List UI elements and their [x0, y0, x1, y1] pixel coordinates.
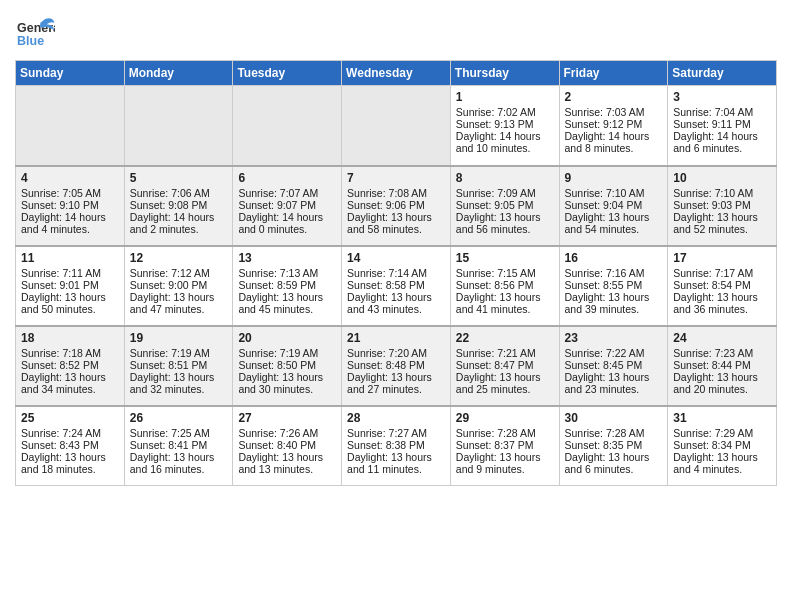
day-number: 12	[130, 251, 228, 265]
day-number: 28	[347, 411, 445, 425]
day-info: and 2 minutes.	[130, 223, 228, 235]
day-info: Daylight: 13 hours	[456, 211, 554, 223]
day-info: Sunset: 8:54 PM	[673, 279, 771, 291]
day-info: and 4 minutes.	[21, 223, 119, 235]
day-info: and 50 minutes.	[21, 303, 119, 315]
calendar-cell: 24Sunrise: 7:23 AMSunset: 8:44 PMDayligh…	[668, 326, 777, 406]
day-info: Daylight: 13 hours	[347, 451, 445, 463]
calendar-cell: 14Sunrise: 7:14 AMSunset: 8:58 PMDayligh…	[342, 246, 451, 326]
day-info: and 20 minutes.	[673, 383, 771, 395]
day-info: Sunset: 8:55 PM	[565, 279, 663, 291]
day-info: Daylight: 13 hours	[565, 451, 663, 463]
day-info: and 23 minutes.	[565, 383, 663, 395]
day-number: 17	[673, 251, 771, 265]
day-number: 29	[456, 411, 554, 425]
day-info: and 13 minutes.	[238, 463, 336, 475]
day-info: Daylight: 13 hours	[238, 371, 336, 383]
col-header-tuesday: Tuesday	[233, 61, 342, 86]
calendar-cell: 2Sunrise: 7:03 AMSunset: 9:12 PMDaylight…	[559, 86, 668, 166]
day-info: Sunset: 8:45 PM	[565, 359, 663, 371]
day-info: and 4 minutes.	[673, 463, 771, 475]
day-info: Sunrise: 7:12 AM	[130, 267, 228, 279]
day-info: and 11 minutes.	[347, 463, 445, 475]
day-number: 8	[456, 171, 554, 185]
day-info: Sunset: 9:07 PM	[238, 199, 336, 211]
calendar-cell	[124, 86, 233, 166]
calendar-cell: 30Sunrise: 7:28 AMSunset: 8:35 PMDayligh…	[559, 406, 668, 486]
day-info: and 58 minutes.	[347, 223, 445, 235]
day-info: and 34 minutes.	[21, 383, 119, 395]
header-row: SundayMondayTuesdayWednesdayThursdayFrid…	[16, 61, 777, 86]
calendar-cell: 1Sunrise: 7:02 AMSunset: 9:13 PMDaylight…	[450, 86, 559, 166]
day-info: and 8 minutes.	[565, 142, 663, 154]
day-info: Daylight: 13 hours	[673, 451, 771, 463]
day-info: Sunset: 9:04 PM	[565, 199, 663, 211]
calendar-cell: 4Sunrise: 7:05 AMSunset: 9:10 PMDaylight…	[16, 166, 125, 246]
day-number: 15	[456, 251, 554, 265]
day-number: 21	[347, 331, 445, 345]
calendar-cell: 29Sunrise: 7:28 AMSunset: 8:37 PMDayligh…	[450, 406, 559, 486]
day-number: 1	[456, 90, 554, 104]
day-info: Daylight: 14 hours	[21, 211, 119, 223]
day-info: Sunset: 8:44 PM	[673, 359, 771, 371]
day-info: and 0 minutes.	[238, 223, 336, 235]
calendar-cell: 18Sunrise: 7:18 AMSunset: 8:52 PMDayligh…	[16, 326, 125, 406]
day-info: Daylight: 14 hours	[238, 211, 336, 223]
day-info: Sunset: 8:47 PM	[456, 359, 554, 371]
day-number: 16	[565, 251, 663, 265]
week-row-1: 1Sunrise: 7:02 AMSunset: 9:13 PMDaylight…	[16, 86, 777, 166]
day-info: and 6 minutes.	[673, 142, 771, 154]
day-number: 20	[238, 331, 336, 345]
day-info: Daylight: 13 hours	[130, 371, 228, 383]
calendar-cell: 21Sunrise: 7:20 AMSunset: 8:48 PMDayligh…	[342, 326, 451, 406]
day-info: Daylight: 13 hours	[238, 291, 336, 303]
day-info: Sunset: 9:00 PM	[130, 279, 228, 291]
day-info: Sunrise: 7:11 AM	[21, 267, 119, 279]
calendar-cell: 28Sunrise: 7:27 AMSunset: 8:38 PMDayligh…	[342, 406, 451, 486]
day-info: Daylight: 13 hours	[565, 211, 663, 223]
day-info: Sunset: 8:38 PM	[347, 439, 445, 451]
day-info: Daylight: 13 hours	[130, 291, 228, 303]
col-header-thursday: Thursday	[450, 61, 559, 86]
day-number: 5	[130, 171, 228, 185]
day-info: Daylight: 13 hours	[456, 291, 554, 303]
col-header-saturday: Saturday	[668, 61, 777, 86]
day-info: Sunrise: 7:16 AM	[565, 267, 663, 279]
calendar-cell: 17Sunrise: 7:17 AMSunset: 8:54 PMDayligh…	[668, 246, 777, 326]
day-info: Sunrise: 7:23 AM	[673, 347, 771, 359]
day-number: 11	[21, 251, 119, 265]
day-info: Sunset: 9:10 PM	[21, 199, 119, 211]
day-info: Sunrise: 7:28 AM	[456, 427, 554, 439]
calendar-cell: 20Sunrise: 7:19 AMSunset: 8:50 PMDayligh…	[233, 326, 342, 406]
day-info: Sunset: 8:48 PM	[347, 359, 445, 371]
day-number: 7	[347, 171, 445, 185]
day-info: Sunset: 8:40 PM	[238, 439, 336, 451]
calendar-cell: 3Sunrise: 7:04 AMSunset: 9:11 PMDaylight…	[668, 86, 777, 166]
day-info: Daylight: 13 hours	[130, 451, 228, 463]
day-info: Sunrise: 7:26 AM	[238, 427, 336, 439]
day-info: and 45 minutes.	[238, 303, 336, 315]
day-info: and 39 minutes.	[565, 303, 663, 315]
day-info: Sunset: 9:05 PM	[456, 199, 554, 211]
day-info: and 6 minutes.	[565, 463, 663, 475]
calendar-cell: 11Sunrise: 7:11 AMSunset: 9:01 PMDayligh…	[16, 246, 125, 326]
day-info: Sunrise: 7:20 AM	[347, 347, 445, 359]
day-info: and 18 minutes.	[21, 463, 119, 475]
day-info: Sunrise: 7:06 AM	[130, 187, 228, 199]
week-row-3: 11Sunrise: 7:11 AMSunset: 9:01 PMDayligh…	[16, 246, 777, 326]
calendar-cell: 9Sunrise: 7:10 AMSunset: 9:04 PMDaylight…	[559, 166, 668, 246]
day-info: Sunset: 8:34 PM	[673, 439, 771, 451]
day-info: Sunset: 8:35 PM	[565, 439, 663, 451]
col-header-friday: Friday	[559, 61, 668, 86]
day-info: Sunrise: 7:15 AM	[456, 267, 554, 279]
page-header: General Blue	[15, 15, 777, 50]
day-number: 3	[673, 90, 771, 104]
calendar-cell: 13Sunrise: 7:13 AMSunset: 8:59 PMDayligh…	[233, 246, 342, 326]
day-info: Sunset: 8:37 PM	[456, 439, 554, 451]
day-info: Daylight: 14 hours	[565, 130, 663, 142]
day-info: Sunrise: 7:09 AM	[456, 187, 554, 199]
day-number: 13	[238, 251, 336, 265]
calendar-cell: 19Sunrise: 7:19 AMSunset: 8:51 PMDayligh…	[124, 326, 233, 406]
calendar-cell: 22Sunrise: 7:21 AMSunset: 8:47 PMDayligh…	[450, 326, 559, 406]
day-info: Sunrise: 7:18 AM	[21, 347, 119, 359]
